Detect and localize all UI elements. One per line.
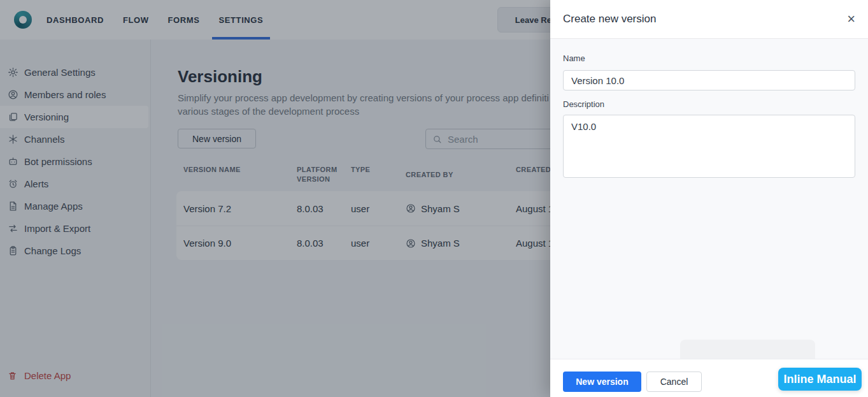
drawer-title: Create new version bbox=[563, 13, 656, 25]
drawer-header: Create new version × bbox=[550, 0, 868, 39]
create-new-version-drawer: Create new version × Name Description V1… bbox=[550, 0, 868, 397]
inline-manual-button[interactable]: Inline Manual bbox=[778, 368, 862, 391]
name-label: Name bbox=[563, 54, 585, 63]
submit-new-version-button[interactable]: New version bbox=[563, 372, 641, 392]
cancel-button[interactable]: Cancel bbox=[646, 372, 702, 392]
close-icon[interactable]: × bbox=[847, 12, 855, 26]
description-label: Description bbox=[563, 99, 604, 109]
app-screen: DASHBOARD FLOW FORMS SETTINGS Leave Rec … bbox=[0, 0, 868, 397]
name-field[interactable] bbox=[563, 70, 855, 90]
description-field[interactable]: V10.0 bbox=[563, 115, 855, 178]
